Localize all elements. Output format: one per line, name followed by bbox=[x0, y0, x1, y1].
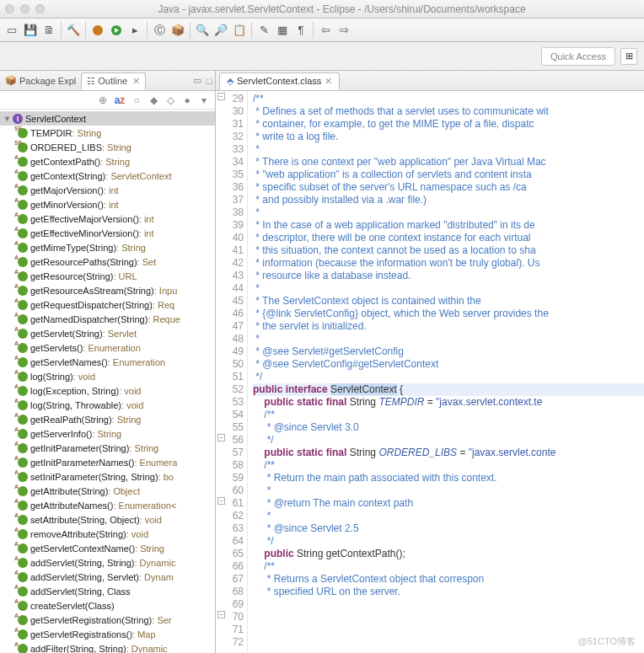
outline-root[interactable]: ▼ServletContext bbox=[0, 111, 215, 126]
method-icon: A bbox=[17, 528, 29, 540]
outline-item[interactable]: AgetServletRegistrations() : Map bbox=[0, 627, 215, 641]
minimize-window-icon[interactable] bbox=[20, 4, 30, 13]
outline-item[interactable]: AgetRequestDispatcher(String) : Req bbox=[0, 297, 215, 312]
outline-item[interactable]: AgetResourcePaths(String) : Set bbox=[0, 254, 215, 269]
outline-item[interactable]: AgetInitParameter(String) : String bbox=[0, 441, 215, 455]
maximize-view-icon[interactable]: □ bbox=[203, 76, 215, 86]
hide-local-icon[interactable]: ● bbox=[181, 94, 193, 106]
outline-item[interactable]: AgetNamedDispatcher(String) : Reque bbox=[0, 312, 215, 326]
block-select-icon[interactable]: ▦ bbox=[274, 22, 291, 39]
fold-icon[interactable]: − bbox=[217, 497, 225, 505]
window-titlebar: Java - javax.servlet.ServletContext - Ec… bbox=[0, 0, 644, 19]
new-icon[interactable]: ▭ bbox=[3, 22, 20, 39]
outline-item[interactable]: AgetRealPath(String) : String bbox=[0, 412, 215, 426]
search-icon[interactable]: 🔎 bbox=[212, 22, 229, 39]
hide-fields-icon[interactable]: ○ bbox=[131, 94, 142, 106]
show-whitespace-icon[interactable]: ¶ bbox=[292, 22, 309, 39]
quick-access-input[interactable]: Quick Access bbox=[541, 47, 615, 66]
outline-item[interactable]: Alog(String) : void bbox=[0, 369, 215, 383]
toggle-mark-icon[interactable]: ✎ bbox=[255, 22, 272, 39]
outline-item[interactable]: AgetEffectiveMinorVersion() : int bbox=[0, 226, 215, 240]
outline-item[interactable]: AgetAttribute(String) : Object bbox=[0, 484, 215, 498]
method-icon: A bbox=[17, 242, 29, 254]
outline-item[interactable]: AgetServerInfo() : String bbox=[0, 426, 215, 441]
hide-nonpublic-icon[interactable]: ◇ bbox=[164, 94, 176, 106]
outline-item[interactable]: AgetContext(String) : ServletContext bbox=[0, 169, 215, 183]
view-menu-icon[interactable]: ▾ bbox=[198, 94, 210, 106]
outline-tree[interactable]: ▼ServletContextSFTEMPDIR : StringSFORDER… bbox=[0, 110, 215, 653]
outline-item[interactable]: AgetMimeType(String) : String bbox=[0, 240, 215, 254]
save-all-icon[interactable]: 🗎 bbox=[40, 22, 57, 39]
sort-icon[interactable]: az bbox=[114, 94, 126, 106]
method-icon: A bbox=[17, 328, 29, 340]
outline-item[interactable]: Alog(Exception, String) : void bbox=[0, 383, 215, 398]
method-icon: A bbox=[17, 471, 29, 483]
close-window-icon[interactable] bbox=[5, 4, 14, 13]
editor-tab[interactable]: ⬘ ServletContext.class ✕ bbox=[219, 72, 340, 90]
minimize-view-icon[interactable]: ▭ bbox=[191, 75, 203, 86]
open-perspective-icon[interactable]: ⊞ bbox=[620, 48, 637, 65]
outline-item[interactable]: AaddServlet(String, Class bbox=[0, 584, 215, 598]
run-icon[interactable] bbox=[108, 22, 125, 39]
outline-item[interactable]: AgetResourceAsStream(String) : Inpu bbox=[0, 283, 215, 297]
outline-item[interactable]: AgetServletRegistration(String) : Ser bbox=[0, 613, 215, 627]
fold-icon[interactable]: − bbox=[217, 611, 225, 618]
method-icon: A bbox=[17, 299, 29, 311]
method-icon: A bbox=[17, 356, 29, 368]
hide-static-icon[interactable]: ◆ bbox=[148, 94, 159, 106]
method-icon: A bbox=[17, 485, 29, 497]
open-type-icon[interactable]: 🔍 bbox=[194, 22, 211, 39]
method-icon: A bbox=[17, 285, 29, 297]
method-icon: A bbox=[17, 156, 29, 168]
class-file-icon: ⬘ bbox=[227, 76, 233, 87]
method-icon: A bbox=[17, 342, 29, 354]
zoom-window-icon[interactable] bbox=[35, 4, 45, 13]
outline-item[interactable]: AgetServletContextName() : String bbox=[0, 541, 215, 555]
task-icon[interactable]: 📋 bbox=[231, 22, 248, 39]
new-package-icon[interactable]: 📦 bbox=[169, 22, 186, 39]
outline-item[interactable]: AgetInitParameterNames() : Enumera bbox=[0, 455, 215, 469]
line-gutter: 29 30 31 32 33 34 35 36 37 38 39 40 41 4… bbox=[216, 91, 248, 653]
outline-item[interactable]: AgetServlet(String) : Servlet bbox=[0, 326, 215, 340]
run-last-icon[interactable]: ▸ bbox=[126, 22, 143, 39]
forward-icon[interactable]: ⇨ bbox=[335, 22, 352, 39]
outline-item[interactable]: AsetAttribute(String, Object) : void bbox=[0, 512, 215, 527]
editor-tabs: ⬘ ServletContext.class ✕ bbox=[216, 71, 644, 91]
outline-item[interactable]: Alog(String, Throwable) : void bbox=[0, 398, 215, 412]
field-icon: SF bbox=[17, 127, 29, 139]
outline-item[interactable]: AgetServletNames() : Enumeration bbox=[0, 355, 215, 369]
outline-item[interactable]: AremoveAttribute(String) : void bbox=[0, 527, 215, 541]
fold-icon[interactable]: − bbox=[217, 93, 225, 100]
outline-item[interactable]: SFTEMPDIR : String bbox=[0, 126, 215, 140]
close-tab-icon[interactable]: ✕ bbox=[325, 76, 332, 87]
outline-item[interactable]: AaddServlet(String, String) : Dynamic bbox=[0, 555, 215, 570]
outline-item[interactable]: AaddFilter(String, String) : Dynamic bbox=[0, 641, 215, 653]
close-icon[interactable]: ✕ bbox=[132, 76, 140, 87]
save-icon[interactable]: 💾 bbox=[22, 22, 39, 39]
tab-package-explorer[interactable]: 📦Package Expl bbox=[0, 72, 81, 88]
code-editor[interactable]: 29 30 31 32 33 34 35 36 37 38 39 40 41 4… bbox=[216, 91, 644, 653]
debug-icon[interactable] bbox=[89, 22, 106, 39]
watermark: @51CTO博客 bbox=[578, 635, 636, 648]
tab-outline[interactable]: ☷Outline✕ bbox=[81, 72, 146, 90]
outline-item[interactable]: AaddServlet(String, Servlet) : Dynam bbox=[0, 570, 215, 584]
code-content[interactable]: /** * Defines a set of methods that a se… bbox=[248, 91, 644, 653]
outline-item[interactable]: AgetServlets() : Enumeration bbox=[0, 340, 215, 355]
fold-icon[interactable]: − bbox=[217, 434, 225, 442]
focus-icon[interactable]: ⊕ bbox=[97, 94, 109, 106]
outline-item[interactable]: AsetInitParameter(String, String) : bo bbox=[0, 469, 215, 484]
outline-item[interactable]: SFORDERED_LIBS : String bbox=[0, 140, 215, 154]
method-icon: A bbox=[17, 629, 29, 640]
svg-point-0 bbox=[93, 25, 103, 35]
outline-item[interactable]: AcreateServlet(Class) bbox=[0, 598, 215, 613]
outline-item[interactable]: AgetAttributeNames() : Enumeration< bbox=[0, 498, 215, 512]
window-title: Java - javax.servlet.ServletContext - Ec… bbox=[45, 3, 639, 15]
back-icon[interactable]: ⇦ bbox=[317, 22, 334, 39]
build-icon[interactable]: 🔨 bbox=[65, 22, 82, 39]
outline-item[interactable]: AgetMinorVersion() : int bbox=[0, 197, 215, 211]
outline-item[interactable]: AgetMajorVersion() : int bbox=[0, 183, 215, 197]
new-class-icon[interactable]: Ⓒ bbox=[151, 22, 168, 39]
outline-item[interactable]: AgetContextPath() : String bbox=[0, 154, 215, 169]
outline-item[interactable]: AgetEffectiveMajorVersion() : int bbox=[0, 211, 215, 226]
outline-item[interactable]: AgetResource(String) : URL bbox=[0, 269, 215, 283]
